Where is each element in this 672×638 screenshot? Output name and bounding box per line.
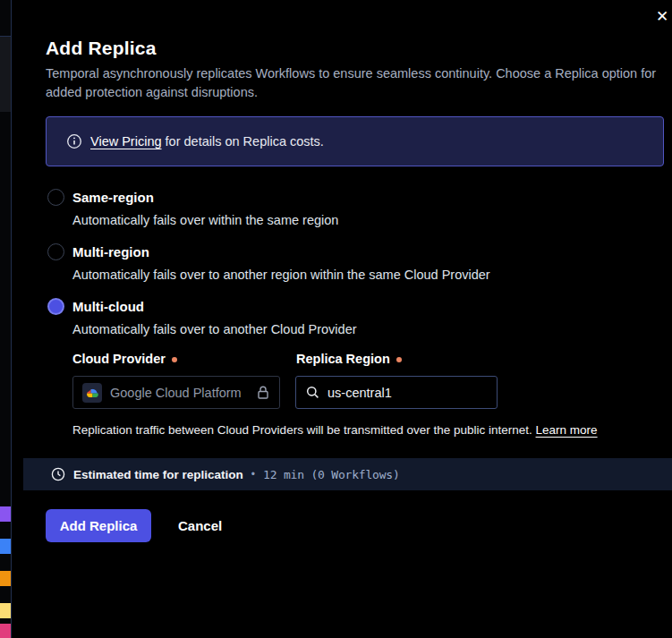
- google-cloud-icon: [82, 383, 102, 403]
- modal-description: Temporal asynchronously replicates Workf…: [46, 64, 669, 102]
- cloud-provider-value: Google Cloud Platform: [110, 386, 248, 400]
- lock-icon: [256, 385, 270, 400]
- page-stripe: [0, 603, 11, 618]
- page-stripe: [0, 571, 11, 586]
- cancel-button[interactable]: Cancel: [166, 509, 234, 542]
- public-internet-note: Replication traffic between Cloud Provid…: [72, 423, 598, 437]
- page-stripe: [0, 506, 11, 522]
- add-replica-button[interactable]: Add Replica: [46, 509, 151, 542]
- option-desc-multi-region: Automatically fails over to another regi…: [72, 267, 490, 284]
- required-dot: [172, 357, 177, 362]
- background-panel: [0, 37, 11, 112]
- option-desc-same-region: Automatically fails over within the same…: [72, 212, 338, 229]
- radio-multi-region[interactable]: [47, 243, 64, 260]
- radio-same-region[interactable]: [47, 189, 64, 206]
- replica-region-label: Replica Region: [296, 352, 402, 366]
- close-button[interactable]: ✕: [651, 5, 672, 29]
- view-pricing-link[interactable]: View Pricing: [90, 134, 162, 149]
- page-stripe: [0, 539, 11, 554]
- page-root: ✕ Add Replica Temporal asynchronously re…: [0, 0, 672, 638]
- page-stripe: [0, 624, 11, 638]
- required-dot: [396, 357, 402, 362]
- option-label-multi-region[interactable]: Multi-region: [72, 243, 149, 260]
- info-icon: [66, 133, 82, 149]
- option-desc-multi-cloud: Automatically fails over to another Clou…: [72, 321, 357, 338]
- pricing-banner-text: for details on Replica costs.: [166, 134, 324, 149]
- modal-title: Add Replica: [46, 38, 157, 59]
- cloud-provider-label: Cloud Provider: [72, 352, 177, 366]
- option-label-multi-cloud[interactable]: Multi-cloud: [72, 298, 144, 315]
- pricing-info-banner: View Pricing for details on Replica cost…: [46, 116, 664, 166]
- search-icon: [306, 386, 319, 399]
- close-icon: ✕: [656, 8, 668, 25]
- cloud-provider-select: Google Cloud Platform: [72, 376, 280, 409]
- estimate-banner: Estimated time for replication • 12 min …: [23, 458, 672, 490]
- estimate-value: 12 min (0 Workflows): [263, 468, 400, 481]
- replica-region-value: us-central1: [327, 386, 392, 400]
- clock-icon: [51, 467, 65, 481]
- radio-multi-cloud[interactable]: [47, 298, 64, 315]
- replica-region-input[interactable]: us-central1: [295, 376, 498, 409]
- estimate-label: Estimated time for replication: [73, 468, 243, 481]
- estimate-separator: •: [251, 468, 255, 481]
- learn-more-link[interactable]: Learn more: [536, 423, 598, 437]
- add-replica-modal: ✕ Add Replica Temporal asynchronously re…: [12, 0, 672, 638]
- option-label-same-region[interactable]: Same-region: [72, 189, 154, 206]
